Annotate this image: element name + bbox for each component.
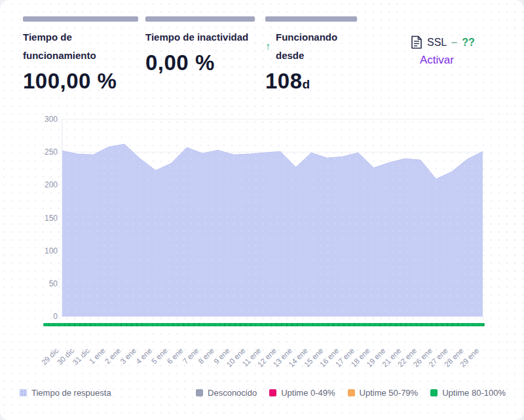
svg-text:29 dic: 29 dic (40, 347, 60, 366)
response-time-chart: 050100150200250300 29 dic30 dic31 dic1 e… (0, 105, 524, 393)
x-axis-labels: 29 dic30 dic31 dic1 ene2 ene3 ene4 ene5 … (40, 347, 480, 369)
svg-text:5 ene: 5 ene (150, 347, 169, 366)
card-top-bar (23, 16, 138, 22)
ssl-block: SSL – ?? Activar (411, 35, 489, 67)
chart-legend: Tiempo de respuestaDesconocidoUptime 0-4… (20, 388, 506, 398)
up-since-card-title: Funcionando desde (276, 28, 357, 65)
svg-text:50: 50 (49, 279, 58, 288)
legend-swatch (269, 389, 276, 396)
svg-text:31 dic: 31 dic (71, 347, 91, 366)
downtime-card-value: 0,00 % (145, 50, 255, 75)
up-arrow-icon: ↑ (265, 41, 271, 52)
up-since-card-value: 108d (265, 69, 357, 94)
ssl-label: SSL (427, 37, 447, 48)
downtime-card: Tiempo de inactividad 0,00 % (145, 16, 255, 75)
downtime-card-title: Tiempo de inactividad (145, 28, 255, 47)
legend-swatch (20, 389, 27, 396)
ssl-separator: – (451, 37, 457, 48)
uptime-card-value: 100,00 % (23, 69, 138, 94)
svg-text:1 ene: 1 ene (88, 347, 107, 366)
legend-item: Uptime 80-100% (430, 388, 506, 398)
legend-item: Tiempo de respuesta (20, 388, 111, 398)
legend-item: Uptime 50-79% (348, 388, 419, 398)
legend-label: Uptime 50-79% (360, 388, 419, 398)
legend-swatch (348, 389, 355, 396)
legend-item: Desconocido (196, 388, 257, 398)
legend-label: Uptime 80-100% (442, 388, 506, 398)
svg-text:30 dic: 30 dic (56, 347, 75, 366)
legend-label: Uptime 0-49% (281, 388, 335, 398)
card-top-bar (265, 16, 357, 22)
svg-text:2 ene: 2 ene (103, 347, 122, 366)
status-page: Tiempo de funcionamiento 100,00 % Tiempo… (0, 0, 524, 420)
uptime-card: Tiempo de funcionamiento 100,00 % (23, 16, 138, 94)
svg-text:200: 200 (45, 180, 58, 189)
svg-text:100: 100 (45, 246, 58, 256)
svg-text:300: 300 (45, 115, 58, 124)
svg-text:250: 250 (45, 147, 58, 157)
certificate-icon (411, 35, 422, 49)
svg-text:4 ene: 4 ene (134, 347, 153, 366)
ssl-status: ?? (462, 37, 475, 48)
svg-text:6 ene: 6 ene (166, 347, 185, 366)
legend-item: Uptime 0-49% (269, 388, 335, 398)
up-since-card: ↑ Funcionando desde 108d (265, 16, 357, 94)
legend-label: Tiempo de respuesta (31, 388, 111, 398)
y-axis-labels: 050100150200250300 (45, 115, 58, 321)
card-top-bar (145, 16, 255, 22)
legend-swatch (196, 389, 203, 396)
response-time-area (62, 144, 483, 316)
svg-text:150: 150 (45, 214, 58, 223)
svg-text:3 ene: 3 ene (119, 347, 138, 366)
up-since-unit: d (303, 77, 310, 91)
legend-label: Desconocido (208, 388, 257, 398)
uptime-card-title: Tiempo de funcionamiento (23, 28, 138, 65)
legend-swatch (430, 389, 438, 396)
uptime-band (43, 323, 485, 326)
svg-text:0: 0 (53, 312, 58, 321)
ssl-activate-link[interactable]: Activar (420, 54, 489, 67)
svg-text:8 ene: 8 ene (196, 347, 215, 366)
svg-text:7 ene: 7 ene (181, 347, 200, 366)
